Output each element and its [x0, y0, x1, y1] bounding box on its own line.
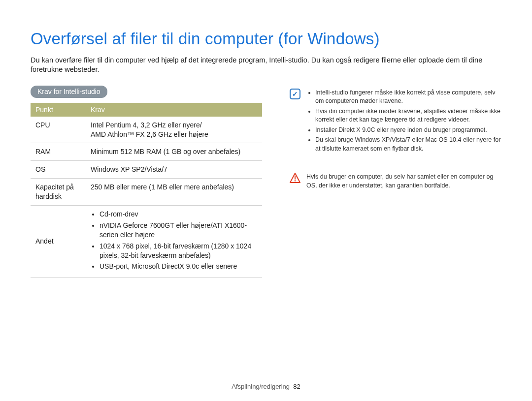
cell-value-os: Windows XP SP2/Vista/7	[86, 161, 262, 179]
list-item: nVIDIA Geforce 7600GT eller højere/ATI X…	[100, 221, 257, 240]
info-icon: ✓	[290, 89, 300, 99]
left-column: Krav for Intelli-studio Punkt Krav CPU I…	[31, 86, 262, 278]
note-item: Hvis din computer ikke møder kravene, af…	[315, 107, 501, 124]
note-item: Installer Direkt X 9.0C eller nyere inde…	[315, 126, 501, 135]
list-item: 1024 x 768 pixel, 16-bit farveskærm (128…	[100, 242, 257, 260]
page-title: Overførsel af filer til din computer (fo…	[31, 30, 501, 48]
table-row: Andet Cd-rom-drev nVIDIA Geforce 7600GT …	[31, 205, 262, 277]
two-column-layout: Krav for Intelli-studio Punkt Krav CPU I…	[31, 86, 501, 278]
svg-text:✓: ✓	[292, 90, 298, 98]
cell-value-cpu: Intel Pentium 4, 3,2 GHz eller nyere/ AM…	[86, 117, 262, 143]
page-footer: Afspilning/redigering 82	[0, 383, 532, 390]
right-column: ✓ Intelli-studio fungerer måske ikke kor…	[290, 86, 501, 278]
table-row: Kapacitet på harddisk 250 MB eller mere …	[31, 179, 262, 206]
list-item: Cd-rom-drev	[100, 210, 257, 219]
table-row: OS Windows XP SP2/Vista/7	[31, 161, 262, 179]
cell-value-disk: 250 MB eller mere (1 MB eller mere anbef…	[86, 179, 262, 206]
manual-page: Overførsel af filer til din computer (fo…	[0, 0, 532, 401]
warning-icon	[290, 173, 300, 184]
table-header-col2: Krav	[86, 103, 262, 117]
section-heading-pill: Krav for Intelli-studio	[31, 86, 107, 98]
info-note: ✓ Intelli-studio fungerer måske ikke kor…	[290, 89, 501, 155]
warning-text: Hvis du bruger en computer, du selv har …	[306, 173, 501, 190]
svg-point-4	[295, 180, 296, 182]
cell-label-os: OS	[31, 161, 86, 179]
cell-value-other: Cd-rom-drev nVIDIA Geforce 7600GT eller …	[86, 205, 262, 277]
cell-label-ram: RAM	[31, 143, 86, 161]
list-item: USB-port, Microsoft DirectX 9.0c eller s…	[100, 262, 257, 271]
cell-label-cpu: CPU	[31, 117, 86, 143]
intro-paragraph: Du kan overføre filer til din computer v…	[31, 56, 501, 75]
footer-section: Afspilning/redigering	[232, 383, 290, 390]
cell-label-disk: Kapacitet på harddisk	[31, 179, 86, 206]
warning-note: Hvis du bruger en computer, du selv har …	[290, 173, 501, 190]
table-row: CPU Intel Pentium 4, 3,2 GHz eller nyere…	[31, 117, 262, 143]
table-row: RAM Minimum 512 MB RAM (1 GB og over anb…	[31, 143, 262, 161]
cell-label-other: Andet	[31, 205, 86, 277]
footer-page-number: 82	[293, 383, 300, 390]
requirements-table: Punkt Krav CPU Intel Pentium 4, 3,2 GHz …	[31, 103, 262, 278]
note-item: Intelli-studio fungerer måske ikke korre…	[315, 89, 501, 106]
table-header-col1: Punkt	[31, 103, 86, 117]
cell-value-ram: Minimum 512 MB RAM (1 GB og over anbefal…	[86, 143, 262, 161]
note-item: Du skal bruge Windows XP/Vista/7 eller M…	[315, 136, 501, 153]
